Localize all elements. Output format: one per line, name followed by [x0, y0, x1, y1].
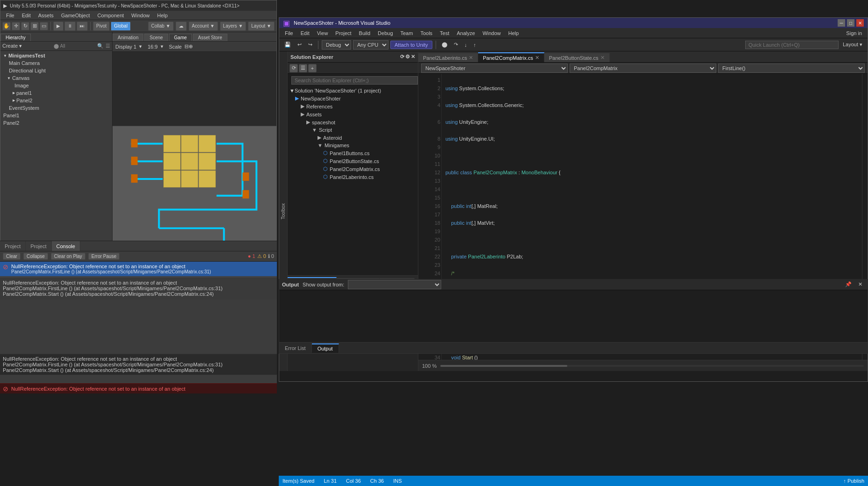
h-item-panel1[interactable]: ▶ panel1 — [1, 89, 111, 97]
vs-layout-btn[interactable]: Layout ▾ — [840, 40, 865, 49]
vs-stepout-btn[interactable]: ↑ — [471, 41, 479, 49]
account-btn[interactable]: Account ▼ — [189, 21, 218, 31]
h-item-panel2-root[interactable]: Panel2 — [1, 119, 111, 127]
vs-maximize-btn[interactable]: □ — [847, 19, 854, 27]
vs-save-btn[interactable]: 💾 — [282, 40, 293, 49]
vs-menu-edit[interactable]: Edit — [297, 28, 313, 38]
h-item-image[interactable]: Image — [1, 82, 111, 89]
clear-btn[interactable]: Clear — [3, 253, 21, 260]
hierarchy-tab[interactable]: Hierarchy — [0, 34, 31, 41]
se-new-solution-btn[interactable]: + — [308, 64, 317, 72]
toolbox-tab[interactable]: Toolbox — [281, 200, 286, 223]
namespace-select[interactable]: NewSpaceShoter — [421, 64, 568, 73]
collapse-btn[interactable]: Collapse — [23, 253, 48, 260]
vs-cpu-select[interactable]: Any CPU — [353, 40, 388, 50]
step-btn[interactable]: ⏭ — [77, 21, 88, 31]
vs-menu-tools[interactable]: Tools — [416, 28, 436, 38]
vs-undo-btn[interactable]: ↩ — [295, 40, 304, 49]
se-refresh-btn[interactable]: ⟳ — [289, 64, 298, 72]
class-select[interactable]: Panel2CompMatrix — [570, 64, 716, 73]
cloud-btn[interactable]: ☁ — [176, 21, 187, 31]
move-tool-btn[interactable]: ✛ — [12, 22, 20, 30]
h-item-eventsystem[interactable]: EventSystem — [1, 104, 111, 112]
output-pin-btn[interactable]: 📌 — [843, 280, 854, 289]
console-error-item[interactable]: ⊘ NullReferenceException: Object referen… — [0, 262, 277, 277]
vs-debug-select[interactable]: Debug — [322, 40, 351, 50]
h-item-minigamestest[interactable]: ▼ MinigamesTest — [1, 52, 111, 59]
h-item-panel1-root[interactable]: Panel1 — [1, 112, 111, 119]
vs-breakpoint-btn[interactable]: ⬤ — [439, 40, 450, 49]
se-settings-icon[interactable]: ⚙ — [405, 54, 410, 60]
vs-minimize-btn[interactable]: ─ — [838, 19, 845, 27]
output-close-btn[interactable]: ✕ — [856, 280, 865, 289]
error-pause-btn[interactable]: Error Pause — [88, 253, 120, 260]
vs-menu-team[interactable]: Team — [397, 28, 417, 38]
tab-laberinto-close[interactable]: ✕ — [469, 55, 473, 61]
console-tab[interactable]: Console — [52, 241, 80, 251]
tree-asteroid[interactable]: ▶ Asteroid — [288, 134, 418, 142]
vs-menu-file[interactable]: File — [281, 28, 297, 38]
play-btn[interactable]: ▶ — [53, 21, 64, 31]
global-btn[interactable]: Global — [111, 21, 131, 31]
tree-spaceshot[interactable]: ▶ spaceshot — [288, 118, 418, 126]
vs-redo-btn[interactable]: ↪ — [306, 40, 315, 49]
layout-btn[interactable]: Layout ▼ — [248, 21, 275, 31]
se-close-icon[interactable]: ✕ — [411, 54, 415, 60]
vs-menu-debug[interactable]: Debug — [374, 28, 396, 38]
se-search-input[interactable] — [291, 76, 418, 85]
tab-buttonstate-close[interactable]: ✕ — [600, 55, 605, 61]
editor-tab-laberinto[interactable]: Panel2Laberinto.cs ✕ — [418, 53, 478, 62]
animation-tab[interactable]: Animation — [113, 34, 143, 41]
tree-panel2laberinto[interactable]: ⬡ Panel2Laberinto.cs — [288, 173, 418, 181]
menu-component[interactable]: Component — [93, 11, 127, 20]
se-sync-icon[interactable]: ⟳ — [400, 54, 404, 60]
tree-newspaceshoter[interactable]: ▶ NewSpaceShoter — [288, 94, 418, 102]
h-item-maincamera[interactable]: Main Camera — [1, 59, 111, 67]
se-filter-btn[interactable]: ☰ — [299, 64, 307, 72]
pause-btn[interactable]: ⏸ — [64, 21, 76, 31]
menu-window[interactable]: Window — [127, 11, 153, 20]
tree-assets[interactable]: ▶ Assets — [288, 110, 418, 118]
attach-unity-btn[interactable]: Attach to Unity — [390, 41, 432, 49]
collab-btn[interactable]: Collab ▼ — [148, 21, 174, 31]
h-item-canvas[interactable]: ▼ Canvas — [1, 74, 111, 82]
menu-gameobject[interactable]: GameObject — [57, 11, 94, 20]
game-tab[interactable]: Game — [169, 34, 192, 41]
vs-menu-build[interactable]: Build — [355, 28, 374, 38]
editor-tab-buttonstate[interactable]: Panel2ButtonState.cs ✕ — [544, 53, 610, 62]
vs-stepover-btn[interactable]: ↷ — [452, 40, 460, 49]
tree-references[interactable]: ▶ References — [288, 102, 418, 110]
vs-menu-window[interactable]: Window — [479, 28, 504, 38]
vs-menu-analyze[interactable]: Analyze — [453, 28, 479, 38]
menu-file[interactable]: File — [2, 11, 18, 20]
vs-menu-project[interactable]: Project — [332, 28, 355, 38]
tree-minigames[interactable]: ▼ Minigames — [288, 142, 418, 149]
menu-help[interactable]: Help — [153, 11, 171, 20]
output-tab[interactable]: Output — [312, 343, 339, 353]
clear-on-play-btn[interactable]: Clear on Play — [51, 253, 85, 260]
method-select[interactable]: FirstLine() — [718, 64, 865, 73]
menu-assets[interactable]: Assets — [35, 11, 57, 20]
vs-signin[interactable]: Sign in — [842, 30, 866, 36]
vs-stepin-btn[interactable]: ↓ — [462, 41, 470, 49]
output-source-select[interactable] — [348, 280, 441, 289]
vs-close-btn[interactable]: ✕ — [856, 19, 864, 27]
vs-menu-test[interactable]: Test — [436, 28, 453, 38]
pivot-btn[interactable]: Pivot — [93, 21, 110, 31]
scroll-bar[interactable] — [440, 365, 864, 367]
error-list-tab[interactable]: Error List — [279, 344, 312, 352]
status-publish[interactable]: ↑ Publish — [843, 478, 864, 484]
tree-solution[interactable]: ▼ Solution 'NewSpaceShoter' (1 project) — [288, 87, 418, 94]
asset-store-tab[interactable]: Asset Store — [193, 34, 227, 41]
h-item-panel2[interactable]: ▶ Panel2 — [1, 97, 111, 104]
vs-search-input[interactable] — [745, 41, 839, 49]
layers-btn[interactable]: Layers ▼ — [220, 21, 247, 31]
vs-menu-view[interactable]: View — [313, 28, 332, 38]
rect-tool-btn[interactable]: ▭ — [40, 22, 48, 30]
hand-tool-btn[interactable]: ✋ — [2, 22, 11, 30]
tree-panel2compmatrix[interactable]: ⬡ Panel2CompMatrix.cs — [288, 165, 418, 173]
tab-compmatrix-close[interactable]: ✕ — [535, 55, 539, 61]
tree-panel1buttons[interactable]: ⬡ Panel1Buttons.cs — [288, 149, 418, 157]
scene-tab[interactable]: Scene — [144, 34, 168, 41]
project-tab2[interactable]: Project — [26, 241, 51, 251]
